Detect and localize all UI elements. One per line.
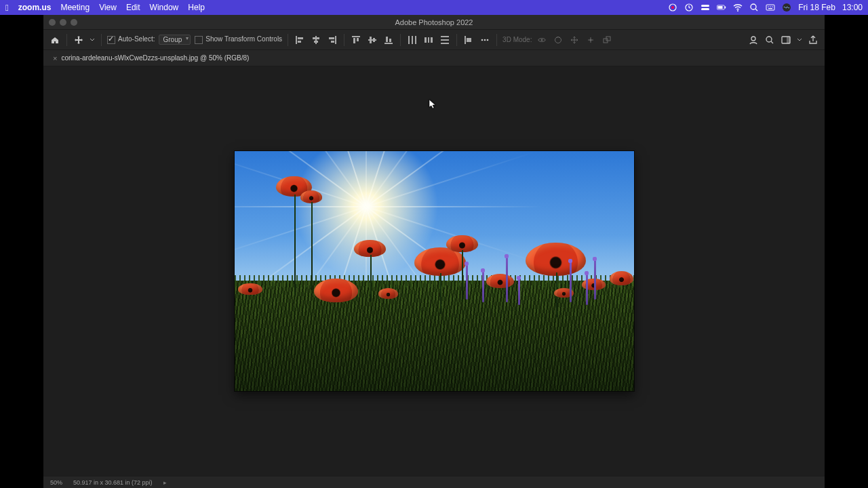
svg-point-18 — [487, 39, 489, 41]
image-sun-rays — [366, 206, 368, 207]
apple-menu-icon[interactable]:  — [5, 3, 9, 13]
align-to-dropdown[interactable] — [462, 34, 475, 46]
svg-rect-3 — [701, 5, 709, 7]
svg-rect-6 — [718, 6, 723, 9]
align-left-edges-button[interactable] — [294, 34, 306, 46]
svg-point-1 — [671, 6, 674, 9]
document-info-flyout-icon[interactable]: ▸ — [163, 479, 167, 486]
traffic-light-minimize[interactable] — [60, 19, 66, 26]
close-tab-icon[interactable]: × — [53, 54, 57, 62]
svg-point-25 — [751, 37, 755, 41]
svg-rect-4 — [701, 8, 709, 10]
spotlight-icon[interactable] — [749, 3, 759, 12]
menubar-item-meeting[interactable]: Meeting — [60, 3, 90, 12]
keyboard-input-icon[interactable] — [766, 3, 775, 12]
document-tab-bar: × corina-ardeleanu-sWlxCweDzzs-unsplash.… — [43, 50, 825, 66]
menubar-item-help[interactable]: Help — [188, 3, 205, 12]
3d-slide-button — [585, 34, 597, 46]
svg-point-12 — [770, 6, 771, 7]
svg-rect-28 — [787, 37, 790, 43]
svg-point-17 — [484, 39, 486, 41]
document-info[interactable]: 50.917 in x 30.681 in (72 ppi) — [73, 479, 153, 486]
3d-pan-button — [568, 34, 580, 46]
menubar-item-view[interactable]: View — [99, 3, 117, 12]
auto-select-mode-dropdown[interactable]: Group — [159, 35, 191, 45]
svg-rect-14 — [768, 8, 772, 9]
canvas-area[interactable] — [43, 66, 825, 476]
menubar-item-edit[interactable]: Edit — [126, 3, 140, 12]
traffic-light-close[interactable] — [49, 19, 56, 26]
distribute-horizontal-button[interactable] — [406, 34, 418, 46]
document-canvas[interactable] — [235, 151, 634, 391]
svg-point-13 — [772, 6, 773, 7]
invite-to-edit-button[interactable] — [747, 34, 760, 46]
image-grass — [235, 281, 634, 391]
auto-select-label: Auto-Select: — [118, 35, 155, 43]
menubar-time[interactable]: 13:00 — [842, 3, 863, 12]
more-options-button[interactable] — [479, 34, 491, 46]
3d-scale-button — [601, 34, 613, 46]
move-tool-icon[interactable] — [73, 34, 85, 46]
window-titlebar: Adobe Photoshop 2022 — [43, 15, 825, 30]
distribute-spacing-button[interactable] — [422, 34, 435, 46]
menubar-date[interactable]: Fri 18 Feb — [798, 3, 835, 12]
macos-menubar:  zoom.us Meeting View Edit Window Help … — [0, 0, 868, 15]
align-right-edges-button[interactable] — [326, 34, 338, 46]
document-tab[interactable]: × corina-ardeleanu-sWlxCweDzzs-unsplash.… — [47, 50, 254, 66]
auto-select-checkbox[interactable]: Auto-Select: — [107, 35, 155, 43]
align-bottom-edges-button[interactable] — [382, 34, 395, 46]
svg-point-11 — [768, 6, 769, 7]
workspace-switcher-dropdown[interactable] — [796, 34, 803, 46]
svg-rect-10 — [766, 5, 774, 10]
options-bar: Auto-Select: Group Show Transform Contro… — [43, 30, 825, 50]
show-transform-label: Show Transform Controls — [205, 35, 282, 43]
workspace-switcher-button[interactable] — [780, 34, 792, 46]
svg-rect-7 — [725, 6, 726, 8]
search-button[interactable] — [764, 34, 776, 46]
svg-point-9 — [751, 4, 756, 9]
menubar-status-icon[interactable] — [668, 3, 677, 12]
zoom-level[interactable]: 50% — [50, 479, 62, 486]
3d-orbit-button — [536, 34, 548, 46]
svg-point-8 — [737, 10, 738, 12]
align-vertical-centers-button[interactable] — [366, 34, 378, 46]
photoshop-window: Adobe Photoshop 2022 Auto-Select: Group … — [43, 15, 825, 488]
traffic-light-zoom[interactable] — [71, 19, 77, 26]
svg-point-26 — [766, 37, 772, 42]
3d-roll-button — [552, 34, 564, 46]
tool-preset-dropdown[interactable] — [89, 34, 96, 46]
battery-icon[interactable] — [717, 3, 726, 12]
distribute-vertical-button[interactable] — [439, 34, 451, 46]
svg-point-21 — [555, 37, 561, 43]
svg-point-16 — [481, 39, 484, 41]
show-transform-checkbox[interactable]: Show Transform Controls — [195, 35, 282, 43]
menubar-item-window[interactable]: Window — [150, 3, 179, 12]
status-bar: 50% 50.917 in x 30.681 in (72 ppi) ▸ — [43, 476, 825, 488]
home-button[interactable] — [49, 34, 61, 46]
window-title: Adobe Photoshop 2022 — [395, 18, 473, 26]
document-tab-label: corina-ardeleanu-sWlxCweDzzs-unsplash.jp… — [61, 54, 249, 62]
share-button[interactable] — [807, 34, 819, 46]
menubar-app-name[interactable]: zoom.us — [18, 3, 52, 12]
wifi-icon[interactable] — [733, 3, 743, 12]
3d-mode-label: 3D Mode: — [502, 36, 532, 43]
align-top-edges-button[interactable] — [350, 34, 362, 46]
siri-icon[interactable] — [782, 3, 791, 12]
menubar-status-icon[interactable] — [684, 3, 694, 12]
svg-point-20 — [541, 39, 543, 41]
mouse-cursor — [429, 99, 437, 110]
control-center-icon[interactable] — [701, 3, 710, 12]
align-horizontal-centers-button[interactable] — [310, 34, 322, 46]
svg-point-22 — [590, 39, 592, 41]
